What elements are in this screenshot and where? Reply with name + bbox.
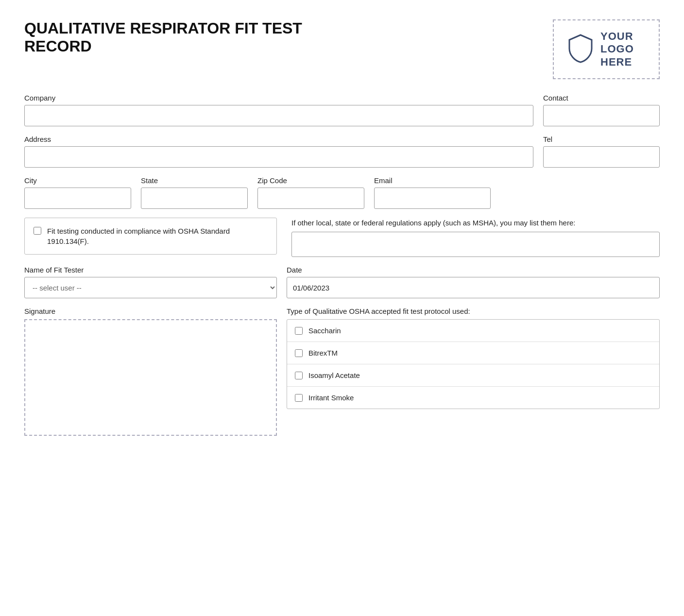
page-title: QUALITATIVE RESPIRATOR FIT TEST RECORD — [24, 19, 302, 55]
saccharin-checkbox[interactable] — [295, 327, 303, 335]
compliance-text: Fit testing conducted in compliance with… — [47, 226, 268, 246]
protocol-option-saccharin: Saccharin — [287, 320, 659, 342]
city-group: City — [24, 176, 131, 209]
date-input[interactable] — [287, 277, 660, 298]
tester-group: Name of Fit Tester -- select user -- — [24, 266, 277, 298]
address-tel-row: Address Tel — [24, 135, 660, 168]
state-label: State — [141, 176, 248, 185]
protocol-option-bitrex: BitrexTM — [287, 342, 659, 364]
signature-box[interactable] — [24, 319, 277, 436]
compliance-checkbox[interactable] — [34, 227, 41, 235]
city-label: City — [24, 176, 131, 185]
logo-box: YOURLOGOHERE — [553, 19, 660, 79]
company-input[interactable] — [24, 105, 533, 126]
address-input[interactable] — [24, 146, 533, 168]
compliance-checkbox-box: Fit testing conducted in compliance with… — [24, 218, 277, 255]
tester-label: Name of Fit Tester — [24, 266, 277, 274]
zip-input[interactable] — [257, 188, 364, 209]
signature-protocol-row: Signature Type of Qualitative OSHA accep… — [24, 307, 660, 436]
city-state-zip-email-row: City State Zip Code Email — [24, 176, 660, 209]
email-group: Email — [374, 176, 491, 209]
bitrex-checkbox[interactable] — [295, 349, 303, 357]
signature-label: Signature — [24, 307, 277, 315]
protocol-option-isoamyl: Isoamyl Acetate — [287, 364, 659, 387]
compliance-regulations-row: Fit testing conducted in compliance with… — [24, 218, 660, 257]
protocol-options: Saccharin BitrexTM Isoamyl Acetate Irrit… — [287, 319, 660, 409]
isoamyl-label: Isoamyl Acetate — [308, 371, 360, 379]
protocol-label: Type of Qualitative OSHA accepted fit te… — [287, 307, 660, 315]
address-label: Address — [24, 135, 533, 143]
contact-label: Contact — [543, 94, 660, 102]
signature-section: Signature — [24, 307, 277, 436]
state-group: State — [141, 176, 248, 209]
isoamyl-checkbox[interactable] — [295, 372, 303, 379]
logo-text: YOURLOGOHERE — [600, 30, 634, 68]
shield-icon — [567, 34, 594, 65]
irritant-checkbox[interactable] — [295, 394, 303, 402]
tester-select[interactable]: -- select user -- — [24, 277, 277, 298]
regulations-section: If other local, state or federal regulat… — [291, 218, 660, 257]
zip-group: Zip Code — [257, 176, 364, 209]
regulations-label: If other local, state or federal regulat… — [291, 218, 660, 228]
saccharin-label: Saccharin — [308, 326, 341, 335]
regulations-input[interactable] — [291, 232, 660, 257]
protocol-section: Type of Qualitative OSHA accepted fit te… — [287, 307, 660, 409]
email-label: Email — [374, 176, 491, 185]
tester-date-row: Name of Fit Tester -- select user -- Dat… — [24, 266, 660, 298]
bitrex-label: BitrexTM — [308, 349, 338, 357]
tel-input[interactable] — [543, 146, 660, 168]
city-input[interactable] — [24, 188, 131, 209]
email-input[interactable] — [374, 188, 491, 209]
zip-label: Zip Code — [257, 176, 364, 185]
contact-group: Contact — [543, 94, 660, 126]
date-label: Date — [287, 266, 660, 274]
company-contact-row: Company Contact — [24, 94, 660, 126]
protocol-option-irritant: Irritant Smoke — [287, 387, 659, 409]
contact-input[interactable] — [543, 105, 660, 126]
date-group: Date — [287, 266, 660, 298]
page-header: QUALITATIVE RESPIRATOR FIT TEST RECORD Y… — [24, 19, 660, 79]
tel-label: Tel — [543, 135, 660, 143]
address-group: Address — [24, 135, 533, 168]
company-label: Company — [24, 94, 533, 102]
state-input[interactable] — [141, 188, 248, 209]
tel-group: Tel — [543, 135, 660, 168]
company-group: Company — [24, 94, 533, 126]
irritant-label: Irritant Smoke — [308, 394, 354, 402]
